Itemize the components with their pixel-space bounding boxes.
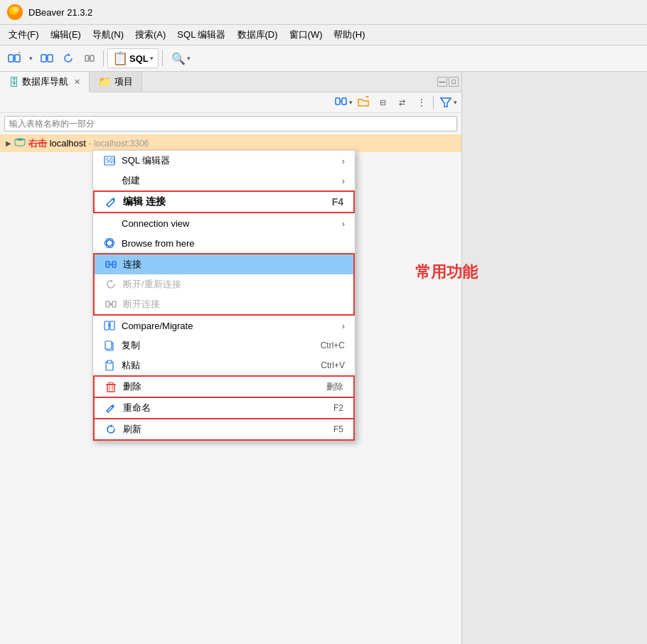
copy-icon [103, 339, 116, 352]
search-toolbar-btn[interactable]: 🔍 ▾ [166, 49, 196, 68]
ctx-paste-label: 粘贴 [122, 359, 315, 372]
paste-icon [103, 359, 116, 372]
svg-point-29 [107, 264, 109, 265]
ctx-edit-shortcut: F4 [332, 196, 343, 208]
tab-project[interactable]: 📁 项目 [90, 72, 142, 92]
maximize-btn[interactable]: □ [449, 77, 459, 87]
tab-db-nav[interactable]: 🗄 数据库导航 ✕ [0, 72, 90, 92]
connection-view-icon [103, 217, 116, 230]
svg-rect-42 [105, 341, 112, 349]
ctx-rename[interactable]: 重命名 F2 [95, 398, 353, 418]
ctx-delete-shortcut: 删除 [326, 381, 343, 393]
svg-rect-7 [41, 55, 46, 62]
ctx-create-label: 创建 [122, 174, 336, 187]
reconnect-icon [105, 278, 117, 291]
ctx-sql-arrow: › [342, 156, 345, 166]
left-panel: 🗄 数据库导航 ✕ 📁 项目 — □ + [0, 72, 462, 644]
svg-rect-33 [112, 301, 116, 307]
svg-rect-32 [106, 301, 109, 307]
panel-toolbar: + ▾ + ⊟ ⇄ ⋮ ▾ [0, 92, 461, 113]
ctx-paste[interactable]: 粘贴 Ctrl+V [93, 355, 355, 375]
ctx-refresh[interactable]: 刷新 F5 [95, 419, 353, 439]
toolbar-sep-1 [103, 50, 104, 66]
svg-rect-3 [9, 55, 14, 62]
filter-btn[interactable] [437, 95, 454, 110]
right-panel [462, 72, 647, 644]
ctx-connect-label: 连接 [123, 258, 343, 271]
panel-toolbar-dropdown[interactable]: ▾ [349, 99, 353, 106]
ctx-compare-migrate[interactable]: Compare/Migrate › [93, 316, 355, 336]
menu-help[interactable]: 帮助(H) [329, 27, 369, 43]
menu-edit[interactable]: 编辑(E) [46, 27, 85, 43]
ctx-create-arrow: › [342, 176, 345, 186]
connect-icon [105, 258, 117, 271]
ctx-connect[interactable]: 连接 [95, 254, 353, 274]
svg-rect-36 [105, 321, 109, 330]
tab-db-nav-close[interactable]: ✕ [74, 77, 80, 87]
ctx-reconnect-label: 断开/重新连接 [123, 278, 343, 291]
main-toolbar: + ▾ 📋 SQL ▾ 🔍 ▾ [0, 45, 647, 72]
ctx-delete-box: 删除 删除 [93, 375, 355, 398]
common-functions-label: 常用功能 [415, 262, 478, 283]
new-folder-btn[interactable]: + [355, 95, 372, 110]
svg-rect-37 [110, 321, 114, 330]
menu-sql-editor[interactable]: SQL 编辑器 [173, 27, 230, 43]
ctx-refresh-shortcut: F5 [333, 424, 343, 434]
tab-window-controls: — □ [437, 77, 461, 87]
ctx-browse-from-here[interactable]: Browse from here [93, 233, 355, 253]
ctx-copy-shortcut: Ctrl+C [321, 340, 345, 350]
ctx-edit-connection[interactable]: 编辑 连接 F4 [95, 192, 353, 212]
svg-marker-10 [68, 53, 70, 56]
ctx-connection-view[interactable]: Connection view › [93, 213, 355, 233]
menu-window[interactable]: 窗口(W) [285, 27, 327, 43]
svg-rect-4 [15, 55, 20, 62]
ctx-disconnect: 断开连接 [95, 294, 353, 314]
title-bar: DBeaver 21.3.2 [0, 0, 647, 25]
search-box-container [4, 116, 457, 132]
svg-marker-19 [441, 98, 451, 107]
search-input[interactable] [9, 119, 452, 129]
ctx-edit-connection-box: 编辑 连接 F4 [93, 190, 355, 213]
more-btn[interactable]: ⋮ [412, 95, 429, 110]
ctx-rename-label: 重命名 [123, 402, 328, 414]
link-btn[interactable]: ⇄ [393, 95, 410, 110]
trash-icon [105, 380, 117, 393]
svg-rect-14 [336, 98, 340, 104]
create-icon [103, 174, 116, 187]
ctx-delete-label: 删除 [123, 380, 321, 393]
svg-rect-44 [107, 360, 112, 363]
svg-text:SQL: SQL [106, 158, 115, 164]
tree-expand-arrow: ▶ [6, 139, 11, 147]
collapse-btn[interactable]: ⊟ [374, 95, 391, 110]
sql-editor-icon: SQL [103, 154, 116, 167]
new-connection-btn[interactable]: + [4, 49, 24, 68]
disconnect-btn[interactable] [80, 49, 100, 68]
sql-editor-btn[interactable]: 📋 SQL ▾ [107, 48, 159, 68]
menu-search[interactable]: 搜索(A) [131, 27, 170, 43]
menu-file[interactable]: 文件(F) [4, 27, 43, 43]
add-connection-panel-btn[interactable]: + [333, 95, 350, 110]
open-project-btn[interactable] [37, 49, 57, 68]
svg-text:+: + [18, 52, 21, 55]
ctx-sql-editor[interactable]: SQL SQL 编辑器 › [93, 151, 355, 171]
refresh-btn[interactable] [58, 49, 78, 68]
menu-database[interactable]: 数据库(D) [233, 27, 282, 43]
ctx-connect-section-box: 连接 断开/重新连接 [93, 253, 355, 316]
ctx-browse-label: Browse from here [122, 238, 345, 249]
ctx-edit-label: 编辑 连接 [123, 195, 326, 208]
minimize-btn[interactable]: — [437, 77, 447, 87]
tree-item-label: 右击 localhost - localhost:3306 [28, 137, 149, 150]
ctx-copy[interactable]: 复制 Ctrl+C [93, 336, 355, 355]
edit-connection-icon [105, 195, 117, 208]
sql-dropdown-arrow[interactable]: ▾ [150, 55, 154, 62]
menu-nav[interactable]: 导航(N) [88, 27, 128, 43]
ctx-create[interactable]: 创建 › [93, 171, 355, 190]
rename-icon [105, 402, 117, 414]
app-icon [7, 4, 23, 20]
context-menu: SQL SQL 编辑器 › 创建 › [92, 150, 355, 441]
tab-project-label: 项目 [114, 75, 133, 88]
ctx-delete[interactable]: 删除 删除 [95, 377, 353, 397]
toolbar-dropdown-btn[interactable]: ▾ [26, 49, 36, 68]
svg-text:+: + [344, 96, 348, 99]
filter-dropdown[interactable]: ▾ [454, 99, 457, 106]
